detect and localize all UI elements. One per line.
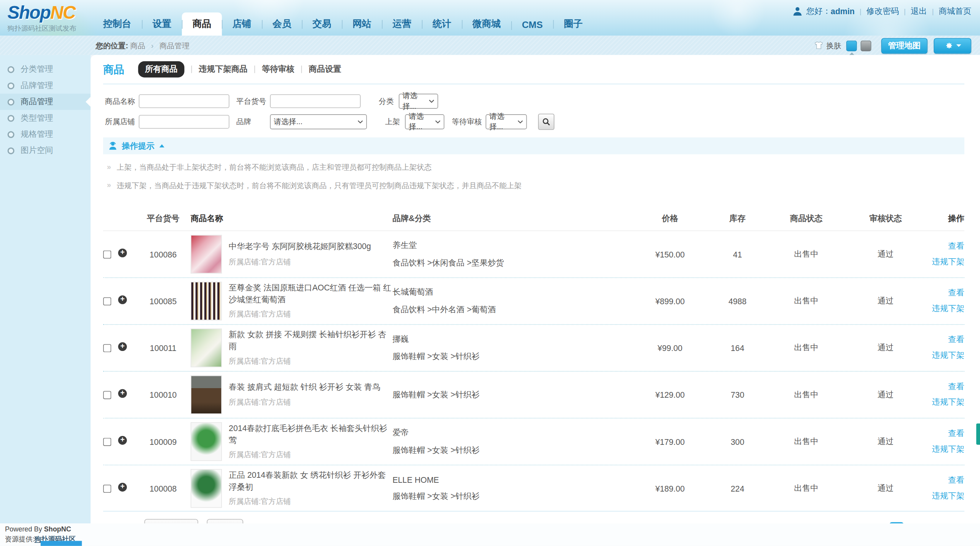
plus-circle-icon[interactable]: [118, 295, 127, 304]
offshelf-link[interactable]: 违规下架: [929, 441, 964, 457]
plus-circle-icon[interactable]: [118, 436, 127, 445]
footer-strip: Powered By ShopNC 资源提供:狗扑源码社区: [0, 523, 980, 546]
bullet-icon: [8, 147, 15, 154]
offshelf-link[interactable]: 违规下架: [929, 254, 964, 269]
bulk-offshelf-button[interactable]: 违规下架: [145, 519, 198, 523]
nav-item-store[interactable]: 店铺: [222, 13, 262, 36]
offshelf-link[interactable]: 违规下架: [929, 348, 964, 363]
row-checkbox[interactable]: [103, 297, 111, 305]
product-image[interactable]: [191, 328, 222, 367]
sidebar-item-brand[interactable]: 品牌管理: [0, 77, 90, 93]
view-link[interactable]: 查看: [929, 285, 964, 301]
sidebar-item-label: 图片空间: [21, 145, 53, 156]
offshelf-link[interactable]: 违规下架: [929, 395, 964, 410]
nav-item-microshop[interactable]: 微商城: [462, 13, 511, 36]
sidebar-item-label: 类型管理: [21, 112, 53, 123]
skin-swatch-gray[interactable]: [861, 40, 871, 51]
product-store: 所属店铺:官方店铺: [229, 356, 393, 367]
tip-text: 上架，当商品处于非上架状态时，前台将不能浏览该商品，店主和管理员都可控制商品上架…: [117, 162, 432, 173]
view-link[interactable]: 查看: [929, 239, 964, 254]
sku-input[interactable]: [270, 94, 360, 108]
operator-icon: [108, 141, 117, 150]
row-checkbox[interactable]: [103, 391, 111, 399]
plus-circle-icon[interactable]: [118, 342, 127, 351]
breadcrumb-page[interactable]: 商品管理: [159, 41, 189, 50]
category-select[interactable]: 请选择...: [399, 94, 438, 109]
row-checkbox[interactable]: [103, 438, 111, 446]
row-sku: 100008: [136, 484, 191, 493]
row-checkbox[interactable]: [103, 484, 111, 492]
sidebar-item-category[interactable]: 分类管理: [0, 61, 90, 77]
plus-circle-icon[interactable]: [118, 483, 127, 492]
nav-item-operation[interactable]: 运营: [382, 13, 422, 36]
product-category: 食品饮料 >中外名酒 >葡萄酒: [393, 304, 623, 315]
sidebar-item-goods[interactable]: 商品管理: [0, 94, 90, 110]
nav-item-trade[interactable]: 交易: [302, 13, 342, 36]
gear-icon: [944, 41, 953, 50]
nav-item-cms[interactable]: CMS: [511, 14, 553, 36]
nav-item-member[interactable]: 会员: [262, 13, 302, 36]
product-image[interactable]: [191, 422, 222, 461]
product-brand: 长城葡萄酒: [393, 287, 623, 298]
bullet-icon: [8, 131, 15, 138]
tabs: 所有商品 违规下架商品 等待审核 商品设置: [138, 61, 341, 77]
offshelf-link[interactable]: 违规下架: [929, 301, 964, 316]
breadcrumb-separator: ›: [151, 41, 154, 50]
onsale-select[interactable]: 请选择...: [405, 114, 444, 129]
mall-home-link[interactable]: 商城首页: [939, 6, 971, 17]
logo: ShopNC 狗扑源码社区测试发布: [8, 4, 76, 32]
product-name: 至尊金奖 法国原瓶进口AOC红酒 任选一箱 红沙城堡红葡萄酒: [229, 282, 393, 305]
skin-swatch-blue[interactable]: [846, 40, 857, 51]
product-price: ¥129.00: [636, 390, 704, 399]
powered-brand: ShopNC: [44, 525, 71, 533]
product-image[interactable]: [191, 375, 222, 414]
product-image[interactable]: [191, 469, 222, 508]
sidebar-item-type[interactable]: 类型管理: [0, 110, 90, 126]
row-checkbox[interactable]: [103, 250, 111, 258]
sidebar-item-picture-space[interactable]: 图片空间: [0, 143, 90, 159]
breadcrumb-section[interactable]: 商品: [130, 41, 145, 50]
goods-name-input[interactable]: [139, 94, 229, 108]
tip-line: » 违规下架，当商品处于违规下架状态时，前台将不能浏览该商品，只有管理员可控制商…: [107, 180, 964, 191]
tab-all-goods[interactable]: 所有商品: [138, 61, 184, 77]
product-image[interactable]: [191, 282, 222, 320]
manage-map-button[interactable]: 管理地图: [881, 38, 927, 54]
tab-goods-settings[interactable]: 商品设置: [309, 64, 341, 75]
logout-link[interactable]: 退出: [911, 6, 927, 17]
table-row: 100010 春装 披肩式 超短款 针织 衫开衫 女装 青鸟 所属店铺:官方店铺…: [103, 372, 964, 418]
nav-item-website[interactable]: 网站: [342, 13, 382, 36]
tips-title: 操作提示: [122, 140, 155, 151]
brand-select[interactable]: 请选择...: [270, 114, 367, 129]
change-password-link[interactable]: 修改密码: [867, 6, 899, 17]
nav-item-circle[interactable]: 圈子: [553, 13, 593, 36]
view-link[interactable]: 查看: [929, 333, 964, 348]
floating-side-tab[interactable]: [976, 423, 980, 444]
tips-header[interactable]: 操作提示: [103, 138, 964, 154]
sidebar-item-label: 规格管理: [21, 129, 53, 140]
nav-item-settings[interactable]: 设置: [142, 13, 182, 36]
tips-body: » 上架，当商品处于非上架状态时，前台将不能浏览该商品，店主和管理员都可控制商品…: [103, 154, 964, 200]
tab-violation-offshelf[interactable]: 违规下架商品: [199, 64, 247, 75]
view-link[interactable]: 查看: [929, 379, 964, 395]
search-button[interactable]: [538, 114, 554, 130]
nav-item-console[interactable]: 控制台: [92, 13, 142, 36]
audit-select[interactable]: 请选择...: [486, 114, 527, 129]
tab-pending-audit[interactable]: 等待审核: [262, 64, 294, 75]
store-input[interactable]: [139, 115, 229, 129]
row-sku: 100009: [136, 437, 191, 446]
offshelf-link[interactable]: 违规下架: [929, 489, 964, 504]
audit-status: 通过: [842, 295, 929, 307]
view-link[interactable]: 查看: [929, 473, 964, 488]
view-link[interactable]: 查看: [929, 426, 964, 441]
bulk-delete-button[interactable]: 删除: [207, 519, 243, 523]
sidebar-item-spec[interactable]: 规格管理: [0, 126, 90, 142]
nav-item-statistics[interactable]: 统计: [422, 13, 462, 36]
plus-circle-icon[interactable]: [118, 249, 127, 257]
product-name: 正品 2014春装新款 女 绣花针织衫 开衫外套浮桑初: [229, 469, 393, 493]
row-checkbox[interactable]: [103, 344, 111, 352]
settings-menu-button[interactable]: [934, 38, 971, 54]
product-image[interactable]: [191, 235, 222, 274]
plus-circle-icon[interactable]: [118, 389, 127, 398]
chevron-down-icon: [518, 120, 523, 124]
nav-item-goods[interactable]: 商品: [182, 13, 222, 36]
